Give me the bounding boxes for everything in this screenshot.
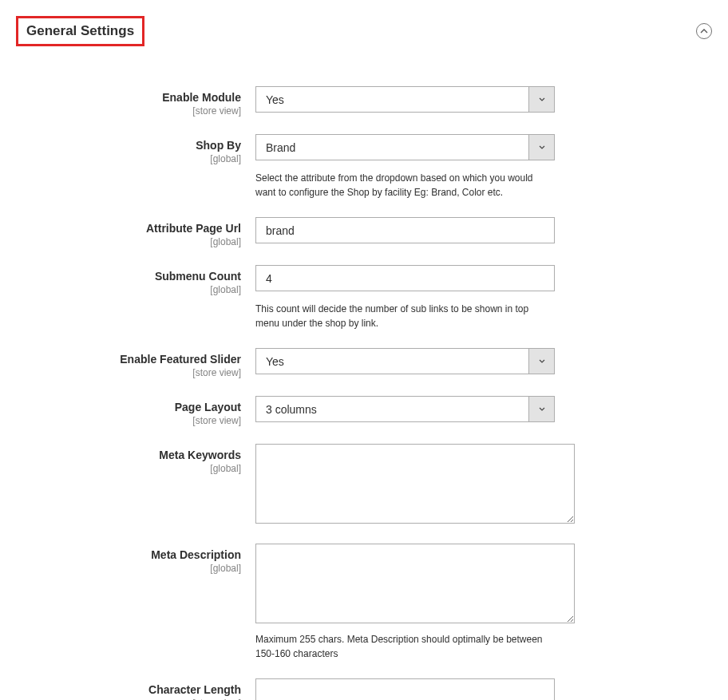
select-wrapper: 3 columns [255, 396, 555, 422]
label-col: Submenu Count [global] [16, 265, 255, 295]
field-label: Character Length [148, 683, 241, 696]
field-label: Meta Keywords [159, 449, 241, 461]
field-submenu-count: Submenu Count [global] [16, 265, 712, 295]
label-col: Attribute Page Url [global] [16, 217, 255, 247]
field-scope: [global] [16, 153, 241, 164]
input-col: 3 columns [255, 396, 575, 422]
submenu-count-input[interactable] [255, 265, 555, 291]
input-col [255, 217, 575, 243]
chevron-up-icon [700, 29, 708, 34]
character-length-input[interactable] [255, 678, 555, 700]
field-meta-keywords: Meta Keywords [global] [16, 444, 712, 526]
section-header: General Settings [16, 16, 712, 46]
field-scope: [global] [16, 236, 241, 247]
input-col: Brand [255, 134, 575, 160]
input-col: Yes [255, 348, 575, 374]
meta-description-help: Maximum 255 chars. Meta Description shou… [255, 632, 555, 661]
input-col [255, 265, 575, 291]
enable-module-select[interactable]: Yes [255, 86, 555, 113]
input-col [255, 444, 575, 526]
label-col: Meta Description [global] [16, 544, 255, 574]
field-scope: [global] [16, 284, 241, 295]
field-label: Enable Module [162, 91, 241, 104]
field-enable-module: Enable Module [store view] Yes [16, 86, 712, 117]
field-attribute-page-url: Attribute Page Url [global] [16, 217, 712, 247]
label-col: Meta Keywords [global] [16, 444, 255, 474]
featured-slider-select[interactable]: Yes [255, 348, 555, 374]
field-scope: [global] [16, 463, 241, 474]
field-shop-by: Shop By [global] Brand [16, 134, 712, 164]
section-title: General Settings [16, 16, 144, 46]
collapse-toggle[interactable] [696, 23, 712, 39]
label-col: Character Length [store view] [16, 678, 255, 700]
select-wrapper: Yes [255, 86, 555, 113]
shop-by-select[interactable]: Brand [255, 134, 555, 160]
field-scope: [store view] [16, 367, 241, 378]
meta-description-textarea[interactable] [255, 544, 575, 623]
label-col: Shop By [global] [16, 134, 255, 164]
field-label: Submenu Count [155, 270, 241, 283]
field-label: Meta Description [151, 548, 241, 561]
field-enable-featured-slider: Enable Featured Slider [store view] Yes [16, 348, 712, 378]
field-page-layout: Page Layout [store view] 3 columns [16, 396, 712, 426]
field-scope: [global] [16, 563, 241, 574]
field-scope: [store view] [16, 415, 241, 426]
label-col: Page Layout [store view] [16, 396, 255, 426]
select-wrapper: Brand [255, 134, 555, 160]
field-label: Enable Featured Slider [120, 353, 241, 366]
field-label: Attribute Page Url [146, 222, 241, 235]
field-meta-description: Meta Description [global] [16, 544, 712, 626]
field-label: Page Layout [175, 401, 241, 413]
field-character-length: Character Length [store view] [16, 678, 712, 700]
select-wrapper: Yes [255, 348, 555, 374]
field-label: Shop By [196, 139, 241, 152]
submenu-count-help: This count will decide the number of sub… [255, 302, 555, 330]
attribute-page-url-input[interactable] [255, 217, 555, 243]
meta-keywords-textarea[interactable] [255, 444, 575, 524]
label-col: Enable Featured Slider [store view] [16, 348, 255, 378]
input-col: Yes [255, 86, 575, 113]
shop-by-help: Select the attribute from the dropdown b… [255, 171, 555, 200]
input-col [255, 678, 575, 700]
page-layout-select[interactable]: 3 columns [255, 396, 555, 422]
label-col: Enable Module [store view] [16, 86, 255, 117]
field-scope: [store view] [16, 105, 241, 117]
input-col [255, 544, 575, 626]
